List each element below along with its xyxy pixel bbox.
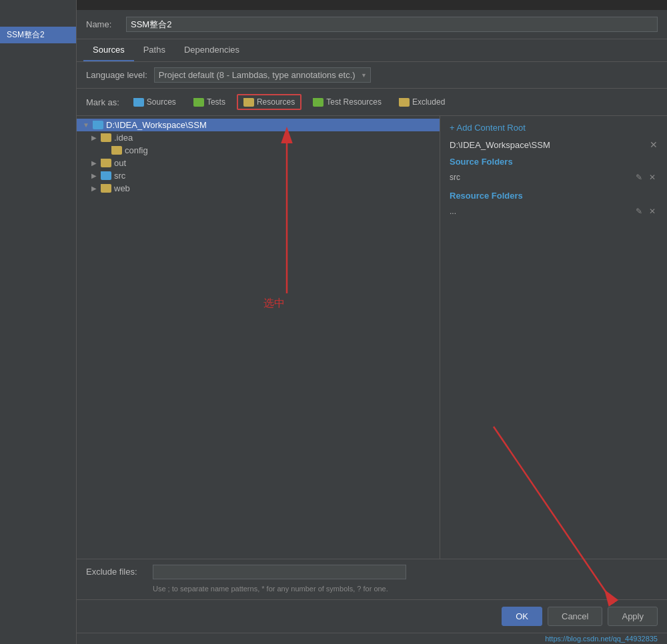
sources-folder-icon [133,98,144,107]
bottom-section: Exclude files: Use ; to separate name pa… [77,559,667,600]
src-folder-icon [101,171,111,180]
content-root-path: D:\IDEA_Workspace\SSM ✕ [450,139,658,150]
source-folders-label: Source Folders [450,157,658,167]
source-folder-edit-button[interactable]: ✎ [634,172,644,183]
tab-dependencies[interactable]: Dependencies [175,39,249,61]
tree-collapse-icon: ▶ [90,134,98,141]
mark-sources-label: Sources [147,97,176,107]
root-path-label: D:\IDEA_Workspace\SSM [450,140,550,150]
idea-folder-icon [101,133,111,142]
resource-folder-remove-button[interactable]: ✕ [647,206,658,217]
source-folder-remove-button[interactable]: ✕ [647,172,658,183]
tree-expand-icon: ▼ [82,121,90,129]
exclude-files-input[interactable] [153,565,406,579]
file-tree-panel: ▼ D:\IDEA_Workspace\SSM ▶ .idea config [77,116,440,559]
tab-paths[interactable]: Paths [134,39,175,61]
language-level-select[interactable]: Project default (8 - Lambdas, type annot… [154,67,371,83]
config-folder-icon [111,146,122,155]
mark-resources-label: Resources [257,97,295,107]
mark-as-row: Mark as: Sources Tests Resources Test Re… [77,89,667,116]
test-resources-folder-icon [313,98,323,107]
sidebar-item-ssm[interactable]: SSM整合2 [0,27,76,43]
mark-resources-button[interactable]: Resources [237,94,301,110]
tree-item-src-label: src [114,171,125,181]
mark-tests-button[interactable]: Tests [187,95,231,109]
exclude-files-label: Exclude files: [86,567,146,577]
mark-tests-label: Tests [207,97,225,107]
name-row: Name: [77,10,667,39]
language-level-label: Language level: [86,70,147,80]
tree-item-src[interactable]: ▶ src [77,169,440,182]
tree-out-icon: ▶ [90,159,98,167]
name-label: Name: [86,19,119,29]
resource-folder-entry: ... ✎ ✕ [450,205,658,218]
mark-excluded-button[interactable]: Excluded [393,95,451,109]
tree-web-icon: ▶ [90,185,98,192]
right-panel: + Add Content Root D:\IDEA_Workspace\SSM… [440,116,667,559]
resource-folder-path: ... [450,207,456,216]
mark-test-resources-label: Test Resources [326,97,382,107]
tree-root[interactable]: ▼ D:\IDEA_Workspace\SSM [77,119,440,131]
cancel-button[interactable]: Cancel [548,607,602,626]
mark-as-label: Mark as: [86,97,119,107]
tabs-row: Sources Paths Dependencies [77,39,667,62]
exclude-files-hint: Use ; to separate name patterns, * for a… [86,583,658,595]
apply-button[interactable]: Apply [608,607,658,626]
tree-src-icon: ▶ [90,172,98,179]
root-folder-icon [93,121,103,129]
tree-item-idea[interactable]: ▶ .idea [77,131,440,144]
dialog-footer: OK Cancel Apply [77,599,667,633]
web-folder-icon [101,184,111,193]
source-folder-entry: src ✎ ✕ [450,171,658,184]
out-folder-icon [101,159,111,167]
tree-item-web[interactable]: ▶ web [77,182,440,195]
tree-item-out-label: out [114,158,126,168]
name-input[interactable] [126,17,658,32]
mark-sources-button[interactable]: Sources [127,95,182,109]
ok-button[interactable]: OK [502,607,542,626]
close-content-root-button[interactable]: ✕ [650,139,658,150]
excluded-folder-icon [399,98,410,107]
language-row: Language level: Project default (8 - Lam… [77,62,667,89]
tree-root-label: D:\IDEA_Workspace\SSM [106,120,207,130]
tab-sources[interactable]: Sources [83,39,134,61]
resource-folders-label: Resource Folders [450,191,658,201]
mark-excluded-label: Excluded [412,97,445,107]
status-bar: https://blog.csdn.net/qq_44932835 [77,633,667,644]
tree-item-config-label: config [125,145,148,155]
source-folder-path: src [450,173,460,182]
tree-item-web-label: web [114,183,130,193]
resources-folder-icon [243,98,254,107]
mark-test-resources-button[interactable]: Test Resources [307,95,388,109]
tree-item-out[interactable]: ▶ out [77,157,440,169]
tree-item-idea-label: .idea [114,133,133,143]
tests-folder-icon [193,98,204,107]
tree-item-config[interactable]: config [77,144,440,157]
add-content-root-button[interactable]: + Add Content Root [450,123,658,133]
resource-folder-edit-button[interactable]: ✎ [634,206,644,217]
